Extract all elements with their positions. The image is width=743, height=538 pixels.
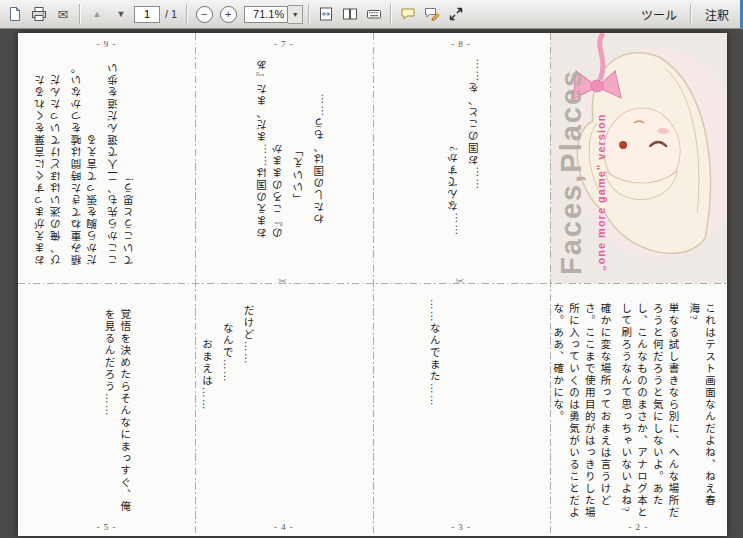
booklet-page-4: だけど…… なんで…… おまえは…… - 4 -: [195, 283, 372, 536]
envelope-icon: ✉: [58, 8, 69, 21]
zoom-level-select[interactable]: 71.1% ▼: [244, 5, 303, 24]
page-number: - 4 -: [195, 522, 372, 532]
scissors-icon: ✂: [455, 276, 464, 287]
chevron-down-icon[interactable]: ▼: [288, 5, 303, 24]
text-column: これはテスト画面なんだよね、ねえ春海?: [686, 303, 718, 521]
page-number: - 5 -: [18, 522, 195, 532]
zoom-in-button[interactable]: +: [217, 3, 239, 25]
page-number: - 7 -: [195, 39, 372, 49]
markup-button[interactable]: [421, 3, 443, 25]
text-column: おまえは……: [198, 305, 214, 515]
pdf-viewer-toolbar: ✉ ▲ ▼ / 1 − + 71.1% ▼: [0, 0, 743, 29]
fold-line: [18, 283, 727, 284]
text-column: なんで……: [219, 305, 235, 515]
rotated-content: Faces,Places „one more game” version: [550, 33, 727, 283]
reading-mode-button[interactable]: [363, 3, 385, 25]
toolbar-right-panel: ツール 注釈: [631, 0, 739, 28]
comment-panel-button[interactable]: 注釈: [695, 6, 739, 23]
text-column: 「いいえ」: [292, 43, 308, 238]
page-total-label: / 1: [165, 8, 177, 20]
fold-line: [373, 33, 374, 536]
tools-panel-button[interactable]: ツール: [631, 6, 687, 23]
cover-title-block: Faces,Places „one more game” version: [555, 37, 607, 275]
zoom-out-button[interactable]: −: [193, 3, 215, 25]
fullscreen-button[interactable]: [445, 3, 467, 25]
toolbar-separator: [79, 4, 81, 24]
rotated-content: おまえの国は……まだ、また『あの』ころのままか 「いいえ」 わたしの国は、もう……: [195, 33, 372, 283]
toolbar-separator: [390, 4, 392, 24]
page-number: - 3 -: [373, 522, 550, 532]
booklet-page-2: これはテスト画面なんだよね、ねえ春海? 単なる試し書きなら別に、へんな場所だろう…: [550, 283, 727, 536]
text-column: 積み重ねてきた時間は嘘をつかない。だから胸を張って言える: [70, 53, 102, 265]
zoom-out-icon: −: [196, 6, 213, 23]
email-button[interactable]: ✉: [52, 3, 74, 25]
fold-line: [550, 33, 551, 536]
zoom-level-value: 71.1%: [244, 6, 288, 23]
text-column: ……なんですか?: [446, 45, 462, 235]
page-text-block: おまえがまっすぐに言葉をくれるたび、俺の迷いはほどけていったんだ 積み重ねてきた…: [33, 53, 138, 265]
cover-title: Faces,Places: [555, 37, 588, 275]
expand-arrows-icon: [448, 6, 464, 22]
booklet-page-3: ……なんでまた…… - 3 -: [373, 283, 550, 536]
page-text-block: だけど…… なんで…… おまえは……: [198, 305, 255, 515]
text-column: 確かに変な場所っておまえは言うけどさ。ここまで使用目的がはっきりした場所に入って…: [550, 303, 613, 521]
cover-subtitle: „one more game” version: [595, 37, 607, 275]
page-text-block: ……なんですか? ……お国のこと、を……: [446, 45, 483, 235]
booklet-cover: Faces,Places „one more game” version: [550, 33, 727, 283]
document-button[interactable]: [4, 3, 26, 25]
page-text-block: おまえの国は……まだ、また『あの』ころのままか 「いいえ」 わたしの国は、もう……: [255, 43, 328, 238]
arrow-down-icon: ▼: [117, 10, 126, 19]
text-column: おまえの国は……まだ、また『あの』ころのままか: [255, 43, 287, 238]
two-page-view-button[interactable]: [339, 3, 361, 25]
text-column: おまえがまっすぐに言葉をくれるたび、俺の迷いはほどけていったんだ: [33, 53, 65, 265]
fold-line: [195, 33, 196, 536]
page-text-block: ……なんでまた……: [426, 299, 442, 499]
rotated-content: おまえがまっすぐに言葉をくれるたび、俺の迷いはほどけていったんだ 積み重ねてきた…: [18, 33, 195, 283]
page-number: - 2 -: [550, 522, 727, 532]
scissors-icon: ✂: [278, 276, 287, 287]
text-column: わたしの国は、もう……: [313, 43, 329, 238]
print-button[interactable]: [28, 3, 50, 25]
page-text-block: 覚悟を決めたらそんなにまっすぐ、俺を見るんだろう……: [101, 309, 133, 515]
text-column: ここから先も、二人で選んだ道を歩いていこうと思う!: [106, 53, 138, 265]
document-canvas[interactable]: おまえがまっすぐに言葉をくれるたび、俺の迷いはほどけていったんだ 積み重ねてきた…: [0, 29, 743, 538]
fit-width-icon: [318, 6, 334, 22]
arrow-up-icon: ▲: [93, 10, 102, 19]
booklet-page-7: おまえの国は……まだ、また『あの』ころのままか 「いいえ」 わたしの国は、もう……: [195, 33, 372, 283]
two-page-icon: [342, 6, 358, 22]
toolbar-separator: [690, 4, 692, 24]
page-text-block: これはテスト画面なんだよね、ねえ春海? 単なる試し書きなら別に、へんな場所だろう…: [550, 303, 717, 521]
fit-width-button[interactable]: [315, 3, 337, 25]
text-column: 単なる試し書きなら別に、へんな場所だろうと何だろうと気にしないよ。あたし、こんな…: [618, 303, 681, 521]
printer-icon: [31, 6, 47, 22]
keyboard-icon: [366, 6, 382, 22]
booklet-page-9: おまえがまっすぐに言葉をくれるたび、俺の迷いはほどけていったんだ 積み重ねてきた…: [18, 33, 195, 283]
text-column: ……お国のこと、を……: [466, 45, 482, 235]
text-column: だけど……: [240, 305, 256, 515]
bubble-pencil-icon: [424, 6, 440, 22]
booklet-page-5: 覚悟を決めたらそんなにまっすぐ、俺を見るんだろう…… - 5 -: [18, 283, 195, 536]
page-number: - 9 -: [18, 39, 195, 49]
booklet-page-8: ……なんですか? ……お国のこと、を…… - 8 -: [373, 33, 550, 283]
comment-bubble-icon: [400, 6, 416, 22]
text-column: 覚悟を決めたらそんなにまっすぐ、俺を見るんだろう……: [101, 309, 133, 515]
previous-page-button[interactable]: ▲: [86, 3, 108, 25]
add-comment-button[interactable]: [397, 3, 419, 25]
page-number-input[interactable]: [134, 6, 160, 23]
rotated-content: ……なんですか? ……お国のこと、を……: [373, 33, 550, 283]
page-number: - 8 -: [373, 39, 550, 49]
text-column: ……なんでまた……: [426, 299, 442, 499]
zoom-in-icon: +: [220, 6, 237, 23]
pdf-page: おまえがまっすぐに言葉をくれるたび、俺の迷いはほどけていったんだ 積み重ねてきた…: [18, 33, 727, 536]
toolbar-separator: [308, 4, 310, 24]
document-icon: [7, 6, 23, 22]
toolbar-separator: [186, 4, 188, 24]
next-page-button[interactable]: ▼: [110, 3, 132, 25]
